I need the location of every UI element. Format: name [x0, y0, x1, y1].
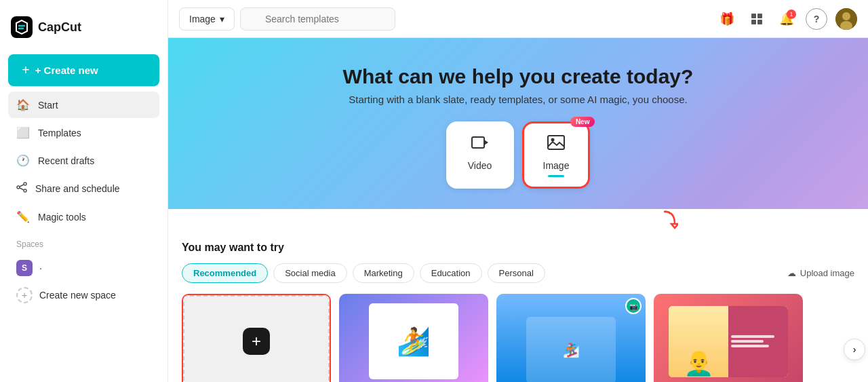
create-space-label: Create new space — [39, 290, 116, 301]
filter-education[interactable]: Education — [420, 263, 482, 283]
svg-rect-7 — [757, 20, 762, 24]
header-icons: 🎁 🔔 1 ? — [716, 8, 857, 30]
gift-icon[interactable]: 🎁 — [716, 8, 738, 30]
upload-label: Upload image — [800, 268, 854, 278]
sidebar-item-share-schedule[interactable]: Share and schedule — [8, 175, 159, 202]
sidebar-item-magic-tools[interactable]: ✏️ Magic tools — [8, 204, 159, 230]
template-youtube-thumbnail[interactable]: 👨‍🦲 YouTube thumbnail — [654, 294, 803, 382]
arrow-indicator — [651, 210, 678, 231]
filter-recommended[interactable]: Recommended — [182, 263, 268, 283]
home-icon: 🏠 — [16, 98, 30, 111]
templates-grid: + New image 🏄 Instagram post — [182, 294, 854, 382]
content-area: What can we help you create today? Start… — [168, 38, 868, 382]
new-image-thumb: + — [182, 294, 331, 382]
create-new-button[interactable]: + + Create new — [8, 54, 159, 86]
magic-icon: ✏️ — [16, 210, 30, 223]
hero-subtitle: Starting with a blank slate, ready templ… — [182, 94, 854, 105]
sidebar-item-start[interactable]: 🏠 Start — [8, 92, 159, 118]
new-badge: New — [570, 117, 595, 127]
image-tab[interactable]: New Image — [522, 121, 591, 189]
svg-rect-4 — [751, 14, 756, 18]
tab-underline — [548, 175, 564, 177]
plus-circle-icon: + — [16, 287, 33, 303]
filter-social-media[interactable]: Social media — [273, 263, 347, 283]
help-icon[interactable]: ? — [806, 8, 827, 30]
add-icon: + — [243, 328, 270, 355]
create-space-button[interactable]: + Create new space — [8, 282, 159, 309]
share-icon — [16, 182, 27, 195]
image-filter-button[interactable]: Image ▾ — [179, 7, 235, 31]
filter-personal[interactable]: Personal — [488, 263, 545, 283]
filter-tabs: Recommended Social media Marketing Educa… — [182, 263, 854, 283]
instagram-post-thumb: 🏄 — [339, 294, 488, 382]
template-new-image[interactable]: + New image — [182, 294, 331, 382]
svg-rect-5 — [757, 14, 762, 18]
filter-marketing[interactable]: Marketing — [353, 263, 414, 283]
sidebar-item-share-label: Share and schedule — [35, 183, 120, 194]
sidebar-item-drafts-label: Recent drafts — [38, 155, 94, 166]
image-tab-label: Image — [543, 160, 570, 171]
sidebar-item-magic-label: Magic tools — [38, 212, 86, 223]
templates-section: You may want to try Recommended Social m… — [168, 231, 868, 382]
logo-text: CapCut — [38, 20, 81, 35]
main-content: Image ▾ 🎁 🔔 1 ? What can we hel — [168, 0, 868, 382]
hero-title: What can we help you create today? — [182, 65, 854, 88]
header: Image ▾ 🎁 🔔 1 ? — [168, 0, 868, 38]
sidebar-item-recent-drafts[interactable]: 🕐 Recent drafts — [8, 147, 159, 174]
svg-rect-6 — [751, 20, 756, 24]
youtube-thumb: 👨‍🦲 — [654, 294, 803, 382]
upload-image-button[interactable]: ☁ Upload image — [787, 268, 854, 278]
svg-rect-0 — [11, 16, 33, 38]
search-container: Image ▾ — [179, 7, 711, 31]
video-icon — [471, 133, 490, 156]
notification-badge: 1 — [787, 9, 796, 19]
sidebar-item-templates-label: Templates — [38, 128, 81, 138]
sidebar: CapCut + + Create new 🏠 Start ⬜ Template… — [0, 0, 168, 382]
image-icon — [547, 133, 566, 156]
svg-point-9 — [842, 12, 850, 20]
layout-icon[interactable] — [746, 8, 768, 30]
sidebar-item-start-label: Start — [38, 100, 58, 111]
svg-rect-11 — [472, 137, 484, 148]
capcut-logo-icon — [11, 16, 33, 38]
space-item[interactable]: S · — [8, 254, 159, 282]
search-input[interactable] — [240, 7, 395, 31]
svg-rect-13 — [548, 136, 564, 149]
search-wrapper — [240, 7, 511, 31]
video-tab-label: Video — [468, 160, 492, 171]
video-tab[interactable]: Video — [446, 121, 514, 189]
chevron-down-icon: ▾ — [220, 14, 224, 24]
hero-tabs: Video New Image — [182, 121, 854, 189]
clock-icon: 🕐 — [16, 154, 30, 167]
sidebar-item-templates[interactable]: ⬜ Templates — [8, 119, 159, 146]
space-avatar: S — [16, 260, 33, 276]
logo: CapCut — [8, 11, 159, 43]
upload-icon: ☁ — [787, 268, 796, 278]
svg-point-1 — [24, 183, 26, 185]
instagram-story-thumb: 📷 🏂 — [496, 294, 646, 382]
filter-label: Image — [189, 14, 216, 24]
templates-icon: ⬜ — [16, 126, 30, 139]
svg-point-2 — [17, 186, 20, 189]
notification-icon[interactable]: 🔔 1 — [776, 8, 797, 30]
svg-marker-12 — [484, 140, 488, 145]
create-new-label: + Create new — [35, 64, 98, 76]
arrow-container — [168, 209, 868, 231]
spaces-label: Spaces — [8, 231, 159, 254]
user-avatar[interactable] — [835, 8, 857, 30]
svg-point-3 — [24, 189, 26, 192]
hero-banner: What can we help you create today? Start… — [168, 38, 868, 209]
template-instagram-story[interactable]: 📷 🏂 Instagram story — [496, 294, 646, 382]
section-title: You may want to try — [182, 242, 854, 254]
next-button[interactable]: › — [844, 339, 865, 360]
space-name: · — [39, 263, 42, 273]
template-instagram-post[interactable]: 🏄 Instagram post — [339, 294, 488, 382]
